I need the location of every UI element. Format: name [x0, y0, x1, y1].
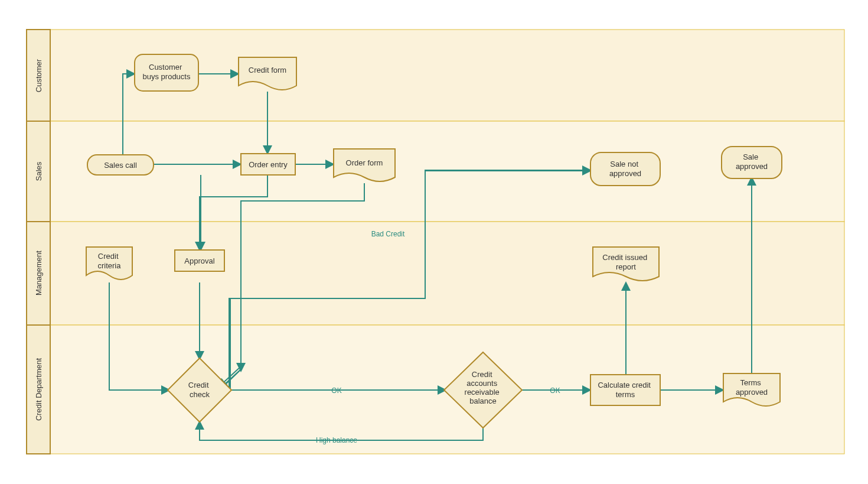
edge-label-ok2: OK [550, 386, 560, 395]
edge-label-ok1: OK [331, 386, 341, 395]
svg-text:Order form: Order form [346, 158, 383, 167]
node-sales-call: Sales call [87, 155, 154, 175]
lane-label-customer: Customer [34, 59, 43, 92]
svg-text:Terms
    approved: Terms approved [736, 378, 768, 397]
svg-rect-2 [27, 222, 844, 325]
node-approval: Approval [175, 250, 224, 271]
svg-text:Credit
    check: Credit check [188, 381, 211, 399]
node-sale-approved: Sale approved [722, 147, 782, 178]
lane-label-sales: Sales [34, 161, 43, 181]
node-customer-buys: Customer buys products [135, 54, 198, 91]
lane-label-credit: Credit Department [34, 358, 43, 421]
svg-text:Sales call: Sales call [104, 161, 137, 170]
lane-label-management: Management [34, 251, 43, 295]
svg-text:Sale not
    approved: Sale not approved [609, 160, 641, 178]
node-order-entry: Order entry [241, 154, 295, 175]
svg-text:Order entry: Order entry [249, 160, 288, 169]
node-calculate-terms: Calculate credit terms [590, 375, 660, 405]
edge-label-bad-credit: Bad Credit [371, 230, 405, 238]
svg-text:Credit form: Credit form [249, 66, 286, 74]
node-sale-not-approved: Sale not approved [590, 152, 660, 186]
swimlane-diagram: Customer Sales Management Credit Departm… [0, 0, 868, 484]
svg-text:Credit
    criteria: Credit criteria [97, 252, 121, 270]
svg-text:Approval: Approval [184, 256, 214, 265]
edge-label-high-balance: High balance [316, 436, 357, 444]
svg-text:Customer
    buys products: Customer buys products [143, 63, 191, 81]
